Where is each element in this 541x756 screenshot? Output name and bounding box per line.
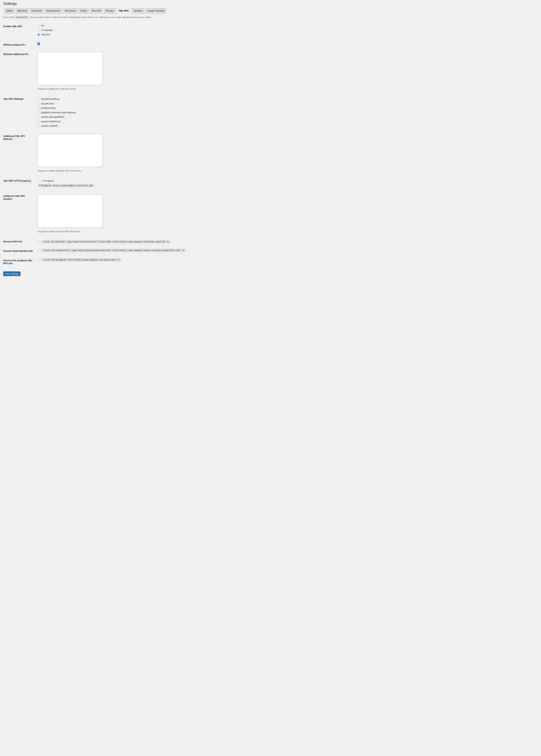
xmlrpc-method-option[interactable]: pingback.ping [37,107,536,110]
remove-wlw-option[interactable]: <link rel="wlwmanifest" type="applicatio… [37,249,186,252]
xmlrpc-method-checkbox[interactable] [37,116,40,119]
tab-backend[interactable]: Backend [16,8,29,14]
xmlrpc-method-checkbox[interactable] [37,125,40,128]
field-label-remove-wlw: Remove WLW Manifest link [3,246,36,256]
xmlrpc-methods-group: wp.getUsersBlogswp.getUserspingback.ping… [36,93,538,131]
xmlrpc-method-option[interactable]: wp.getUsers [37,102,536,105]
radio-label: Completely [41,29,53,31]
tab-frontend[interactable]: Frontend [30,8,43,14]
field-label-http-headers: XML-RPC HTTP header(s) [3,175,36,190]
xmlrpc-method-checkbox[interactable] [37,107,40,109]
radio-label: Selective [41,33,51,36]
remove-rsd-checkbox[interactable] [37,241,40,243]
field-label-additional-methods: Additional XML RPC Methods [3,131,36,175]
whitelist-additional-textarea[interactable] [37,52,103,85]
xmlrpc-method-option[interactable]: system.getCapabilities [37,115,536,119]
remove-wlw-code: <link rel="wlwmanifest" type="applicatio… [42,249,186,252]
disable-xmlrpc-radio-completely[interactable] [37,29,40,32]
remove-wlw-checkbox[interactable] [37,249,40,252]
tab-privacy[interactable]: Privacy [104,8,116,14]
xmlrpc-method-option[interactable]: wp.getUsersBlogs [37,98,536,101]
xmlrpc-method-checkbox[interactable] [37,120,40,123]
disable-xmlrpc-option-selective[interactable]: Selective [37,33,536,36]
x-pingback-checkbox[interactable] [37,180,40,182]
checkbox-label: system.multicall [41,125,57,127]
field-label-remove-pingback: Remove the pingback XML-RPC link [3,256,36,268]
tab-feeds[interactable]: Feeds [79,8,89,14]
tab-xml-rpc[interactable]: XML-RPC [117,8,131,14]
x-pingback-option[interactable]: X-Pingback [37,179,536,183]
remove-pingback-option[interactable]: <link rel="pingback" href="https://www.e… [37,258,121,262]
field-label-disable-xmlrpc: Disable XML-RPC [3,22,36,40]
xmlrpc-method-checkbox[interactable] [37,98,40,100]
whitelist-jetpack-checkbox[interactable] [37,43,40,45]
tab-revisions[interactable]: Revisions [63,8,78,14]
tab-editor[interactable]: Editor [4,8,14,14]
disable-xmlrpc-option-no[interactable]: No [37,24,536,27]
radio-label: No [41,24,44,27]
whitelist-additional-description: Separate multiple IP's with line breaks. [37,88,536,90]
xmlrpc-method-option[interactable]: system.multicall [37,124,536,128]
tab-navigation: EditorBackendFrontendPerformanceRevision… [3,7,538,14]
field-label-whitelist-jetpack: Whitelist jetpack IP's [3,40,36,50]
xmlrpc-method-checkbox[interactable] [37,111,40,114]
x-pingback-label: X-Pingback [42,180,54,182]
checkbox-label: system.getCapabilities [41,116,64,118]
remove-rsd-code: <link rel="EditURI" type="application/rs… [42,240,171,243]
additional-methods-description: Separate multiple methods with line brea… [37,170,536,172]
disable-xmlrpc-radiogroup: NoCompletelySelective [36,22,538,40]
additional-methods-textarea[interactable] [37,134,103,167]
xmlrpc-method-checkbox[interactable] [37,102,40,105]
additional-headers-description: Separate multiple headers with line brea… [37,230,536,233]
checkbox-label: pingback.ping [41,107,55,109]
intro-text: If you select Completely , than you don'… [3,16,538,18]
disable-xmlrpc-radio-no[interactable] [37,24,40,27]
save-settings-button[interactable]: Save Settings [3,271,21,276]
field-label-additional-headers: Additional XML RPC Headers [3,190,36,235]
field-label-whitelist-additional: Whitelist additional IP's [3,50,36,93]
checkbox-label: wp.getUsers [41,102,54,105]
tab-usage-tracking[interactable]: Usage Tracking [146,8,166,14]
tab-rest-api[interactable]: Rest API [90,8,103,14]
remove-pingback-checkbox[interactable] [37,259,40,261]
inline-code: Completely [15,16,29,19]
xmlrpc-method-option[interactable]: system.listMethods [37,120,536,123]
xmlrpc-method-option[interactable]: pingback.extensions.getPingbacks [37,111,536,114]
additional-headers-textarea[interactable] [37,195,103,228]
remove-rsd-option[interactable]: <link rel="EditURI" type="application/rs… [37,240,171,243]
disable-xmlrpc-radio-selective[interactable] [37,33,40,36]
tab-updates[interactable]: Updates [132,8,144,14]
settings-form: Disable XML-RPC NoCompletelySelective Wh… [3,22,538,268]
remove-pingback-code: <link rel="pingback" href="https://www.e… [42,258,121,262]
field-label-remove-rsd: Remove RSD link [3,235,36,246]
disable-xmlrpc-option-completely[interactable]: Completely [37,29,536,32]
field-label-xmlrpc-methods: XML RPC Methods [3,93,36,131]
checkbox-label: system.listMethods [41,120,61,123]
checkbox-label: wp.getUsersBlogs [41,98,60,100]
page-title: Settings [3,0,538,7]
checkbox-label: pingback.extensions.getPingbacks [41,111,76,114]
tab-performance[interactable]: Performance [44,8,62,14]
x-pingback-code: X-Pingback: https://www.example.com/xmlr… [37,184,94,187]
